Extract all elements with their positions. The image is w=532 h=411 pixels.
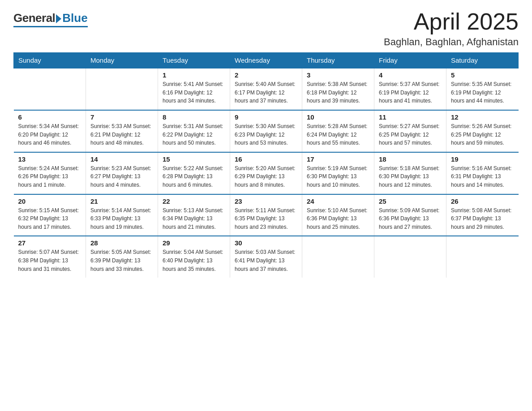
day-number: 1 bbox=[163, 71, 225, 79]
day-info: Sunrise: 5:08 AM Sunset: 6:37 PM Dayligh… bbox=[451, 206, 514, 231]
title-block: April 2025 Baghlan, Baghlan, Afghanistan bbox=[384, 9, 519, 48]
day-number: 14 bbox=[90, 155, 153, 163]
calendar-cell: 25Sunrise: 5:09 AM Sunset: 6:36 PM Dayli… bbox=[374, 194, 446, 236]
calendar-week-row: 1Sunrise: 5:41 AM Sunset: 6:16 PM Daylig… bbox=[14, 68, 519, 110]
logo-general-text: General bbox=[13, 11, 55, 25]
day-info: Sunrise: 5:24 AM Sunset: 6:26 PM Dayligh… bbox=[18, 164, 82, 189]
calendar-cell: 11Sunrise: 5:27 AM Sunset: 6:25 PM Dayli… bbox=[374, 110, 446, 152]
month-title: April 2025 bbox=[384, 9, 519, 34]
calendar-cell bbox=[446, 236, 519, 278]
calendar-cell: 20Sunrise: 5:15 AM Sunset: 6:32 PM Dayli… bbox=[14, 194, 86, 236]
day-info: Sunrise: 5:07 AM Sunset: 6:38 PM Dayligh… bbox=[18, 248, 82, 273]
calendar-cell: 7Sunrise: 5:33 AM Sunset: 6:21 PM Daylig… bbox=[86, 110, 158, 152]
calendar-cell: 26Sunrise: 5:08 AM Sunset: 6:37 PM Dayli… bbox=[446, 194, 519, 236]
calendar-cell: 5Sunrise: 5:35 AM Sunset: 6:19 PM Daylig… bbox=[446, 68, 519, 110]
calendar-header-monday: Monday bbox=[86, 53, 158, 68]
calendar-header-tuesday: Tuesday bbox=[158, 53, 230, 68]
calendar-header-thursday: Thursday bbox=[302, 53, 374, 68]
day-number: 27 bbox=[18, 239, 82, 247]
day-info: Sunrise: 5:10 AM Sunset: 6:36 PM Dayligh… bbox=[307, 206, 369, 231]
logo-blue-text: Blue bbox=[62, 11, 87, 25]
calendar-cell: 19Sunrise: 5:16 AM Sunset: 6:31 PM Dayli… bbox=[446, 152, 519, 194]
day-number: 23 bbox=[235, 197, 297, 205]
calendar-cell: 4Sunrise: 5:37 AM Sunset: 6:19 PM Daylig… bbox=[374, 68, 446, 110]
day-number: 24 bbox=[307, 197, 369, 205]
calendar-cell: 8Sunrise: 5:31 AM Sunset: 6:22 PM Daylig… bbox=[158, 110, 230, 152]
calendar-cell: 9Sunrise: 5:30 AM Sunset: 6:23 PM Daylig… bbox=[230, 110, 302, 152]
day-info: Sunrise: 5:22 AM Sunset: 6:28 PM Dayligh… bbox=[163, 164, 225, 189]
day-info: Sunrise: 5:18 AM Sunset: 6:30 PM Dayligh… bbox=[379, 164, 442, 189]
calendar-cell: 10Sunrise: 5:28 AM Sunset: 6:24 PM Dayli… bbox=[302, 110, 374, 152]
day-info: Sunrise: 5:40 AM Sunset: 6:17 PM Dayligh… bbox=[235, 80, 297, 105]
day-number: 10 bbox=[307, 113, 369, 121]
day-info: Sunrise: 5:31 AM Sunset: 6:22 PM Dayligh… bbox=[163, 122, 225, 147]
day-number: 7 bbox=[90, 113, 153, 121]
day-info: Sunrise: 5:41 AM Sunset: 6:16 PM Dayligh… bbox=[163, 80, 225, 105]
day-info: Sunrise: 5:16 AM Sunset: 6:31 PM Dayligh… bbox=[451, 164, 514, 189]
day-number: 18 bbox=[379, 155, 442, 163]
day-info: Sunrise: 5:15 AM Sunset: 6:32 PM Dayligh… bbox=[18, 206, 82, 231]
day-info: Sunrise: 5:20 AM Sunset: 6:29 PM Dayligh… bbox=[235, 164, 297, 189]
day-number: 5 bbox=[451, 71, 514, 79]
day-number: 15 bbox=[163, 155, 225, 163]
calendar-cell: 3Sunrise: 5:38 AM Sunset: 6:18 PM Daylig… bbox=[302, 68, 374, 110]
calendar-cell: 2Sunrise: 5:40 AM Sunset: 6:17 PM Daylig… bbox=[230, 68, 302, 110]
day-info: Sunrise: 5:03 AM Sunset: 6:41 PM Dayligh… bbox=[235, 248, 297, 273]
day-info: Sunrise: 5:28 AM Sunset: 6:24 PM Dayligh… bbox=[307, 122, 369, 147]
day-number: 29 bbox=[163, 239, 225, 247]
day-number: 11 bbox=[379, 113, 442, 121]
calendar-header-wednesday: Wednesday bbox=[230, 53, 302, 68]
location-subtitle: Baghlan, Baghlan, Afghanistan bbox=[384, 36, 519, 48]
calendar-cell: 12Sunrise: 5:26 AM Sunset: 6:25 PM Dayli… bbox=[446, 110, 519, 152]
day-number: 30 bbox=[235, 239, 297, 247]
day-number: 16 bbox=[235, 155, 297, 163]
day-number: 2 bbox=[235, 71, 297, 79]
calendar-cell: 15Sunrise: 5:22 AM Sunset: 6:28 PM Dayli… bbox=[158, 152, 230, 194]
calendar-cell: 29Sunrise: 5:04 AM Sunset: 6:40 PM Dayli… bbox=[158, 236, 230, 278]
calendar-cell: 30Sunrise: 5:03 AM Sunset: 6:41 PM Dayli… bbox=[230, 236, 302, 278]
day-info: Sunrise: 5:09 AM Sunset: 6:36 PM Dayligh… bbox=[379, 206, 442, 231]
logo-underline bbox=[13, 26, 88, 27]
calendar-header-friday: Friday bbox=[374, 53, 446, 68]
calendar-table: SundayMondayTuesdayWednesdayThursdayFrid… bbox=[13, 52, 519, 278]
calendar-cell: 17Sunrise: 5:19 AM Sunset: 6:30 PM Dayli… bbox=[302, 152, 374, 194]
calendar-cell: 28Sunrise: 5:05 AM Sunset: 6:39 PM Dayli… bbox=[86, 236, 158, 278]
calendar-header-saturday: Saturday bbox=[446, 53, 519, 68]
day-info: Sunrise: 5:11 AM Sunset: 6:35 PM Dayligh… bbox=[235, 206, 297, 231]
day-info: Sunrise: 5:30 AM Sunset: 6:23 PM Dayligh… bbox=[235, 122, 297, 147]
calendar-cell: 13Sunrise: 5:24 AM Sunset: 6:26 PM Dayli… bbox=[14, 152, 86, 194]
day-number: 9 bbox=[235, 113, 297, 121]
day-number: 26 bbox=[451, 197, 514, 205]
day-number: 4 bbox=[379, 71, 442, 79]
page-header: General Blue April 2025 Baghlan, Baghlan… bbox=[13, 9, 519, 48]
calendar-cell: 16Sunrise: 5:20 AM Sunset: 6:29 PM Dayli… bbox=[230, 152, 302, 194]
day-number: 19 bbox=[451, 155, 514, 163]
day-info: Sunrise: 5:35 AM Sunset: 6:19 PM Dayligh… bbox=[451, 80, 514, 105]
calendar-cell: 14Sunrise: 5:23 AM Sunset: 6:27 PM Dayli… bbox=[86, 152, 158, 194]
calendar-cell: 22Sunrise: 5:13 AM Sunset: 6:34 PM Dayli… bbox=[158, 194, 230, 236]
day-number: 22 bbox=[163, 197, 225, 205]
day-number: 21 bbox=[90, 197, 153, 205]
logo: General Blue bbox=[13, 9, 88, 27]
calendar-header-sunday: Sunday bbox=[14, 53, 86, 68]
day-info: Sunrise: 5:05 AM Sunset: 6:39 PM Dayligh… bbox=[90, 248, 153, 273]
day-info: Sunrise: 5:33 AM Sunset: 6:21 PM Dayligh… bbox=[90, 122, 153, 147]
day-number: 3 bbox=[307, 71, 369, 79]
calendar-cell: 6Sunrise: 5:34 AM Sunset: 6:20 PM Daylig… bbox=[14, 110, 86, 152]
day-number: 6 bbox=[18, 113, 82, 121]
calendar-week-row: 6Sunrise: 5:34 AM Sunset: 6:20 PM Daylig… bbox=[14, 110, 519, 152]
calendar-cell: 23Sunrise: 5:11 AM Sunset: 6:35 PM Dayli… bbox=[230, 194, 302, 236]
day-number: 28 bbox=[90, 239, 153, 247]
day-number: 8 bbox=[163, 113, 225, 121]
calendar-cell bbox=[14, 68, 86, 110]
calendar-cell: 18Sunrise: 5:18 AM Sunset: 6:30 PM Dayli… bbox=[374, 152, 446, 194]
calendar-cell: 24Sunrise: 5:10 AM Sunset: 6:36 PM Dayli… bbox=[302, 194, 374, 236]
day-info: Sunrise: 5:04 AM Sunset: 6:40 PM Dayligh… bbox=[163, 248, 225, 273]
day-number: 12 bbox=[451, 113, 514, 121]
calendar-cell: 1Sunrise: 5:41 AM Sunset: 6:16 PM Daylig… bbox=[158, 68, 230, 110]
calendar-header-row: SundayMondayTuesdayWednesdayThursdayFrid… bbox=[14, 53, 519, 68]
day-number: 13 bbox=[18, 155, 82, 163]
calendar-week-row: 27Sunrise: 5:07 AM Sunset: 6:38 PM Dayli… bbox=[14, 236, 519, 278]
logo-arrow-icon bbox=[56, 14, 61, 23]
calendar-cell bbox=[302, 236, 374, 278]
